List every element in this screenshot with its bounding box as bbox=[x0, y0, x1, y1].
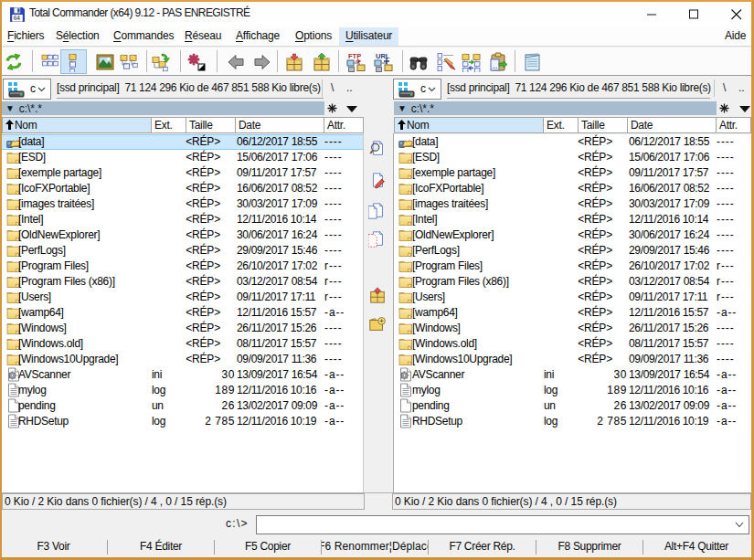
svg-text:64: 64 bbox=[13, 15, 20, 22]
svg-text:URL: URL bbox=[376, 52, 390, 60]
svg-text:FTP: FTP bbox=[348, 52, 361, 60]
